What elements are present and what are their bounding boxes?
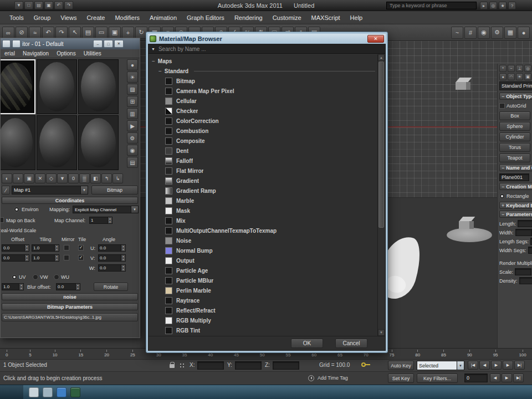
rectangle-radio[interactable]	[499, 193, 505, 199]
sample-slot[interactable]	[78, 115, 119, 170]
end-frame-button[interactable]: ▶|	[513, 374, 524, 382]
make-preview-icon[interactable]: ▶	[127, 120, 138, 131]
map-list-item[interactable]: Camera Map Per Pixel	[165, 86, 375, 96]
scrollbar[interactable]: ▲ ▼	[377, 54, 385, 336]
window-icon[interactable]	[43, 387, 53, 397]
infocenter-search-input[interactable]: Type a keyword or phrase	[386, 2, 477, 9]
map-name-dropdown[interactable]: Map #1 ▼	[12, 186, 88, 195]
length-field[interactable]	[518, 220, 532, 227]
dialog-titlebar[interactable]: Material/Map Browser ✕	[148, 34, 386, 44]
menu-item[interactable]: Navigation	[19, 50, 53, 57]
standard-group-header[interactable]: − Standard	[158, 66, 375, 76]
map-list-item[interactable]: Bitmap	[165, 76, 375, 86]
minimize-button[interactable]: –	[93, 40, 103, 48]
go-to-end-button[interactable]: ▶|	[514, 361, 525, 370]
w-angle-field[interactable]: 0.0	[99, 265, 121, 271]
map-list-item[interactable]: Gradient Ramp	[165, 186, 375, 196]
u-mirror-checkbox[interactable]	[64, 245, 69, 250]
window-menu-icon[interactable]	[2, 40, 11, 48]
width-segs-field[interactable]	[528, 247, 532, 254]
ok-button[interactable]: OK	[291, 339, 323, 348]
u-tiling-field[interactable]: 1.0	[32, 245, 54, 251]
environ-radio[interactable]	[14, 207, 19, 212]
modify-tab-icon[interactable]: ~	[508, 65, 515, 72]
bitmap-parameters-rollout[interactable]: Bitmap Parameters	[2, 303, 138, 310]
width-field[interactable]	[515, 229, 532, 236]
map-list-item[interactable]: Noise	[165, 236, 375, 245]
bind-spacewarp-icon[interactable]: ≈	[29, 27, 41, 39]
v-angle-field[interactable]: 0.0	[99, 255, 121, 261]
material-editor-titlebar[interactable]: itor - 01 - Default –□✕	[1, 38, 140, 49]
mapping-dropdown[interactable]: Explicit Map Channel ▼	[73, 206, 139, 213]
scrollbar-thumb[interactable]	[378, 62, 384, 228]
vw-radio[interactable]	[33, 274, 38, 280]
search-go-icon[interactable]: ▸	[480, 2, 488, 9]
object-type-button[interactable]: Torus	[499, 143, 530, 152]
rectangular-selection-icon[interactable]: ▭	[95, 27, 108, 39]
select-by-material-icon[interactable]: ◉	[127, 145, 138, 156]
previous-frame-button[interactable]: ◀	[479, 361, 490, 370]
window-crossing-icon[interactable]: ▣	[109, 27, 121, 39]
map-list-item[interactable]: Mask	[165, 206, 375, 216]
volume-icon[interactable]	[29, 387, 39, 397]
sample-tiling-icon[interactable]: ⊞	[127, 96, 138, 107]
add-time-tag[interactable]: Add Time Tag	[318, 375, 348, 381]
menu-item[interactable]: Utilities	[80, 50, 105, 57]
map-list-item[interactable]: Raytrace	[165, 295, 375, 305]
create-tab-icon[interactable]: *	[499, 65, 507, 72]
sample-slot-selected[interactable]	[0, 59, 35, 114]
unlink-icon[interactable]: ⊘	[16, 27, 28, 39]
bitmap-path-button[interactable]: C:\Users\SARG3ANTW3L5H\Desktop\g36c..1.j…	[2, 313, 138, 321]
map-list-item[interactable]: Falloff	[165, 156, 375, 166]
undo-small-icon[interactable]: ↶	[54, 1, 63, 9]
render-setup-icon[interactable]: ⚙	[491, 27, 503, 39]
assign-material-icon[interactable]: ▣	[24, 173, 34, 183]
select-by-name-icon[interactable]: ▤	[82, 27, 94, 39]
v-mirror-checkbox[interactable]	[64, 255, 69, 260]
spinner-arrows-icon[interactable]: ▲▼	[108, 217, 112, 223]
close-button[interactable]: ✕	[114, 40, 124, 48]
map-list-item[interactable]: Particle MBlur	[165, 275, 375, 285]
key-icon[interactable]	[361, 362, 366, 367]
menu-item[interactable]: Modifiers	[110, 12, 145, 23]
object-type-rollout[interactable]: −Object Type	[499, 93, 532, 100]
open-file-icon[interactable]: ▤	[34, 1, 43, 9]
geometry-icon[interactable]: ●	[499, 73, 507, 80]
menu-item[interactable]: Options	[53, 50, 79, 57]
menu-item[interactable]: Graph Editors	[182, 12, 229, 23]
select-object-icon[interactable]: ↖	[69, 27, 81, 39]
z-coordinate-field[interactable]	[273, 361, 299, 370]
collapse-icon[interactable]: −	[158, 68, 162, 74]
sample-slot[interactable]	[78, 59, 119, 114]
menu-item[interactable]: Rendering	[229, 12, 268, 23]
keyboard-entry-rollout[interactable]: +Keyboard Entry	[499, 202, 532, 209]
rendered-frame-icon[interactable]: ▦	[504, 27, 516, 39]
sample-slot[interactable]	[37, 59, 77, 114]
autogrid-checkbox[interactable]	[499, 103, 505, 109]
menu-item[interactable]: erial	[1, 50, 19, 57]
wu-radio[interactable]	[54, 274, 59, 280]
map-channel-field[interactable]: 1	[90, 217, 108, 223]
map-list-item[interactable]: Cellular	[165, 96, 375, 106]
menu-item[interactable]: Create	[81, 12, 110, 23]
u-offset-field[interactable]: 0.0	[2, 245, 24, 251]
x-coordinate-field[interactable]	[197, 361, 224, 370]
background-icon[interactable]: ▨	[127, 84, 138, 95]
map-list-item[interactable]: Normal Bump	[165, 245, 375, 255]
map-list-item[interactable]: Reflect/Refract	[165, 305, 375, 315]
make-unique-icon[interactable]: ◇	[46, 173, 57, 183]
play-animation-button[interactable]: ▶	[491, 361, 502, 370]
absolute-mode-icon[interactable]	[179, 362, 185, 369]
maps-group-header[interactable]: − Maps	[152, 56, 375, 66]
u-tile-checkbox[interactable]	[78, 245, 84, 250]
schematic-view-icon[interactable]: #	[464, 27, 477, 39]
map-list-item[interactable]: ColorCorrection	[165, 116, 375, 126]
map-type-button[interactable]: Bitmap	[91, 186, 138, 195]
shapes-icon[interactable]: ◠	[508, 73, 515, 80]
save-file-icon[interactable]: ▣	[44, 1, 53, 9]
blur-field[interactable]: 1.0	[2, 284, 19, 290]
reset-map-icon[interactable]: ✕	[35, 173, 45, 183]
map-list-item[interactable]: Marble	[165, 196, 375, 206]
map-list-item[interactable]: MultiOutputChannelTexmapToTexmap	[165, 226, 375, 236]
cameras-icon[interactable]: ▣	[524, 73, 531, 80]
